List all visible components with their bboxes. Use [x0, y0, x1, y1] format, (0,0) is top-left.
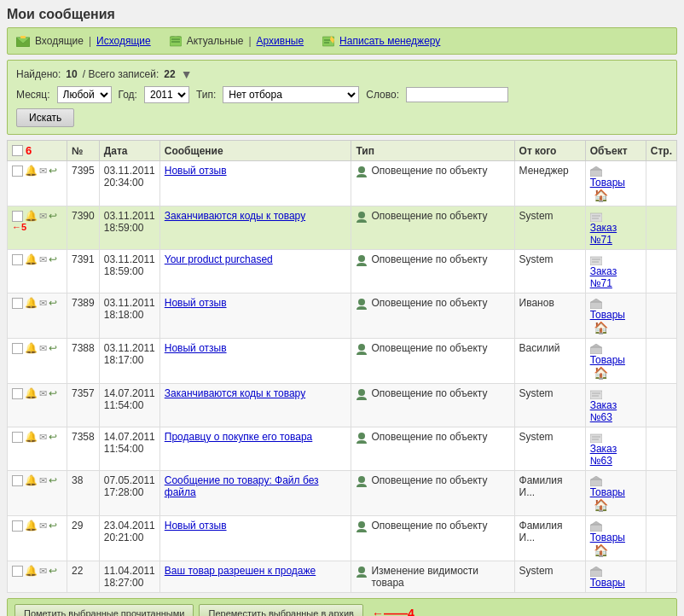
total-count: 22	[164, 68, 175, 80]
msg-link[interactable]: Продавцу о покупке его товара	[165, 431, 313, 443]
row-checkbox-7391[interactable]	[12, 254, 23, 265]
row-icon-flag-7388[interactable]: 🔔	[25, 342, 38, 354]
row-icon-flag-38[interactable]: 🔔	[25, 474, 38, 486]
obj-link-7390[interactable]: Заказ №71	[590, 222, 641, 246]
row-icon-flag-22[interactable]: 🔔	[25, 565, 38, 577]
table-row: 🔔 ✉ ↩ 7358 14.07.201111:54:00 Продавцу о…	[8, 427, 677, 471]
msg-link[interactable]: Новый отзыв	[165, 342, 227, 354]
separator-1: |	[89, 35, 91, 47]
svg-rect-39	[590, 525, 602, 532]
row-page-7391	[646, 250, 676, 293]
obj-link-22[interactable]: Товары	[590, 577, 641, 589]
obj-link-7395[interactable]: Товары	[590, 177, 641, 189]
svg-marker-26	[591, 344, 601, 347]
row-from-38: Фамилия И...	[514, 471, 585, 516]
type-select[interactable]: Нет отбора	[223, 86, 359, 103]
msg-link[interactable]: Новый отзыв	[165, 165, 227, 177]
svg-marker-23	[591, 299, 601, 302]
row-icon-fwd-7357[interactable]: ↩	[49, 387, 57, 399]
filter-panel: Найдено: 10 / Всего записей: 22 ▼ Месяц:…	[7, 60, 677, 135]
msg-link[interactable]: Сообщение по товару: Файл без файла	[165, 474, 319, 498]
row-icon-msg-22[interactable]: ✉	[39, 566, 47, 577]
tab-archive[interactable]: Архивные	[257, 35, 304, 47]
row-icon-fwd-7391[interactable]: ↩	[49, 253, 57, 265]
obj-link-7391[interactable]: Заказ №71	[590, 265, 641, 289]
tab-write[interactable]: Написать менеджеру	[339, 35, 440, 47]
row-icon-msg-7357[interactable]: ✉	[39, 388, 47, 399]
row-checkbox-7390[interactable]	[12, 211, 23, 222]
write-icon	[322, 36, 334, 47]
table-row: 🔔 ✉ ↩ 7395 03.11.201120:34:00 Новый отзы…	[8, 161, 677, 206]
obj-link-7388[interactable]: Товары	[590, 354, 641, 366]
row-checkbox-22[interactable]	[12, 566, 23, 577]
row-icon-msg-7358[interactable]: ✉	[39, 432, 47, 443]
msg-link[interactable]: Ваш товар разрешен к продаже	[165, 565, 316, 577]
row-icon-fwd-7388[interactable]: ↩	[49, 342, 57, 354]
msg-link[interactable]: Новый отзыв	[165, 520, 227, 532]
obj-link-7357[interactable]: Заказ №63	[590, 399, 641, 423]
row-icon-flag-7358[interactable]: 🔔	[25, 431, 38, 443]
col-header-msg: Сообщение	[159, 141, 351, 161]
obj-link-7389[interactable]: Товары	[590, 309, 641, 321]
tab-outgoing[interactable]: Исходящие	[96, 35, 151, 47]
obj-link-38[interactable]: Товары	[590, 486, 641, 498]
search-button[interactable]: Искать	[16, 108, 74, 127]
row-icon-flag-7391[interactable]: 🔔	[25, 253, 38, 265]
row-icon-msg-38[interactable]: ✉	[39, 475, 47, 486]
row-checkbox-7388[interactable]	[12, 343, 23, 354]
row-icon-flag-7390[interactable]: 🔔	[25, 210, 38, 222]
row-icon-fwd-7395[interactable]: ↩	[49, 165, 57, 177]
msg-link[interactable]: Заканчиваются коды к товару	[165, 387, 305, 399]
shop-icon	[590, 299, 602, 309]
month-select[interactable]: Любой	[57, 86, 112, 103]
msg-link[interactable]: Your product purchased	[165, 253, 273, 265]
shop-icon	[590, 521, 602, 532]
row-page-29	[646, 516, 676, 561]
person-icon	[356, 298, 368, 311]
row-icon-flag-7357[interactable]: 🔔	[25, 387, 38, 399]
row-icon-msg-29[interactable]: ✉	[39, 520, 47, 532]
obj-link-7358[interactable]: Заказ №63	[590, 443, 641, 467]
svg-rect-32	[590, 434, 602, 443]
row-checkbox-7358[interactable]	[12, 432, 23, 443]
row-page-22	[646, 561, 676, 593]
table-row: 🔔 ✉ ↩ 7389 03.11.201118:18:00 Новый отзы…	[8, 293, 677, 339]
row-icon-fwd-38[interactable]: ↩	[49, 474, 57, 486]
row-icon-msg-7395[interactable]: ✉	[39, 166, 47, 177]
row-icon-msg-7389[interactable]: ✉	[39, 298, 47, 309]
row-checkbox-7357[interactable]	[12, 388, 23, 399]
row-icon-msg-7390[interactable]: ✉	[39, 211, 47, 222]
order-icon	[590, 433, 602, 443]
tab-incoming[interactable]: Входящие	[35, 35, 84, 47]
row-type-7358: Оповещение по объекту	[351, 427, 514, 471]
year-select[interactable]: 2011	[144, 86, 189, 103]
obj-link-29[interactable]: Товары	[590, 532, 641, 543]
row-icon-fwd-7389[interactable]: ↩	[49, 297, 57, 309]
row-checkbox-38[interactable]	[12, 475, 23, 486]
row-icon-flag-7389[interactable]: 🔔	[25, 297, 38, 309]
svg-marker-12	[591, 166, 601, 170]
move-archive-button[interactable]: Переместить выбранные в архив	[199, 604, 362, 616]
row-icon-flag-29[interactable]: 🔔	[25, 520, 38, 532]
arrow-6: 6	[26, 144, 32, 157]
row-icon-fwd-7390[interactable]: ↩	[49, 210, 57, 222]
header-checkbox[interactable]	[12, 145, 23, 156]
row-from-7358: System	[514, 427, 585, 471]
row-icon-fwd-29[interactable]: ↩	[49, 520, 57, 532]
row-icon-msg-7388[interactable]: ✉	[39, 343, 47, 354]
tab-actual[interactable]: Актуальные	[187, 35, 244, 47]
row-num-7388: 7388	[67, 339, 100, 384]
row-icon-msg-7391[interactable]: ✉	[39, 254, 47, 265]
row-checkbox-7395[interactable]	[12, 166, 23, 177]
row-icon-flag-7395[interactable]: 🔔	[25, 165, 38, 177]
row-icon-fwd-22[interactable]: ↩	[49, 565, 57, 577]
row-date-7357: 14.07.201111:54:00	[99, 384, 159, 427]
mark-read-button[interactable]: Пометить выбранные прочитанными	[14, 604, 194, 616]
msg-link[interactable]: Новый отзыв	[165, 297, 227, 309]
msg-link[interactable]: Заканчиваются коды к товару	[165, 210, 305, 222]
row-checkbox-7389[interactable]	[12, 298, 23, 309]
word-input[interactable]	[406, 87, 508, 102]
row-icon-fwd-7358[interactable]: ↩	[49, 431, 57, 443]
row-obj-7389: Товары 🏠	[585, 293, 646, 339]
row-checkbox-29[interactable]	[12, 520, 23, 532]
